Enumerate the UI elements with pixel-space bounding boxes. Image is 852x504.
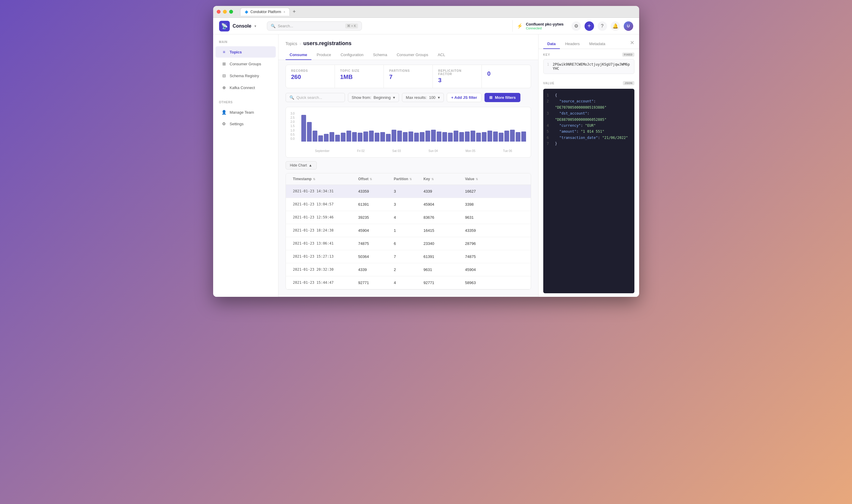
- consumer-groups-icon: ⊞: [221, 61, 227, 67]
- right-panel-header: Data Headers Metadata ✕: [539, 34, 639, 49]
- th-value[interactable]: Value ⇅: [463, 173, 526, 185]
- tab-label: Conduktor Platform: [251, 10, 281, 14]
- new-tab-button[interactable]: +: [291, 8, 298, 15]
- sidebar-item-settings[interactable]: ⚙ Settings: [216, 118, 276, 129]
- table-row[interactable]: 2021-01-23 13:04:57 61391 3 45904 3398: [286, 198, 531, 211]
- settings-button[interactable]: ⚙: [572, 21, 581, 31]
- topics-icon: ≡: [221, 49, 227, 55]
- table-row[interactable]: 2021-01-23 15:44:47 92771 4 92771 58963: [286, 276, 531, 289]
- value-section-header: VALUE JSON: [539, 77, 639, 89]
- tab-acl[interactable]: ACL: [433, 50, 449, 60]
- table-row[interactable]: 2021-01-23 12:59:46 39235 4 83676 9631: [286, 211, 531, 224]
- avatar[interactable]: U: [624, 21, 633, 31]
- chart-label-sat: Sat 03: [392, 149, 401, 152]
- th-key[interactable]: Key ⇅: [421, 173, 463, 185]
- sidebar-item-topics-label: Topics: [230, 50, 242, 54]
- add-js-filter-button[interactable]: + Add JS filter: [447, 93, 482, 102]
- traffic-light-red[interactable]: [217, 10, 221, 14]
- chart-bar: [369, 131, 374, 142]
- app-chevron-icon[interactable]: ▾: [254, 24, 256, 28]
- td-offset: 61391: [356, 198, 392, 211]
- timestamp-sort-icon: ⇅: [313, 178, 315, 181]
- chart-bar: [448, 133, 453, 142]
- chart-bar: [403, 132, 407, 142]
- th-offset[interactable]: Offset ⇅: [356, 173, 392, 185]
- cluster-status: Connected: [526, 26, 563, 30]
- tab-configuration[interactable]: Configuration: [336, 50, 367, 60]
- key-section-label: KEY FIXED: [543, 53, 634, 57]
- add-button[interactable]: +: [584, 21, 594, 31]
- chart-container: 3.0 2.5 2.0 1.5 1.0 0.5 0.0 September Fr…: [286, 107, 531, 158]
- notifications-button[interactable]: 🔔: [611, 21, 620, 31]
- chart-bar: [431, 130, 436, 142]
- quick-search-input[interactable]: 🔍 Quick search...: [286, 93, 345, 102]
- td-value: 28796: [463, 237, 526, 250]
- traffic-light-green[interactable]: [229, 10, 233, 14]
- y-label-20: 2.0: [291, 120, 301, 124]
- chart-bar: [307, 122, 312, 142]
- settings-icon: ⚙: [221, 121, 227, 126]
- key-line-num: 1: [547, 62, 549, 71]
- value-line-2: 2 "source_account": "DE70700500000005193…: [547, 98, 631, 110]
- chart-bars-area: [291, 112, 526, 142]
- traffic-light-yellow[interactable]: [223, 10, 227, 14]
- panel-tab-data[interactable]: Data: [543, 39, 560, 49]
- panel-tab-metadata[interactable]: Metadata: [585, 39, 610, 49]
- tab-bar: 🔷 Conduktor Platform × +: [240, 8, 636, 16]
- search-bar[interactable]: 🔍 Search... ⌘ + K: [267, 21, 362, 31]
- max-results-value: 100: [429, 95, 435, 100]
- tab-produce[interactable]: Produce: [313, 50, 335, 60]
- tab-consumer-groups[interactable]: Consumer Groups: [393, 50, 432, 60]
- chart-bar: [521, 131, 526, 142]
- quick-search-icon: 🔍: [289, 95, 294, 100]
- tab-schema[interactable]: Schema: [369, 50, 391, 60]
- sidebar-item-consumer-groups[interactable]: ⊞ Consumer Groups: [216, 58, 276, 70]
- value-sort-icon: ⇅: [475, 178, 478, 181]
- chart-bar: [380, 132, 385, 142]
- more-filters-button[interactable]: ⊞ More filters: [485, 93, 521, 102]
- search-shortcut: ⌘ + K: [345, 23, 358, 29]
- stat-extra-value: 0: [487, 70, 525, 77]
- table-row[interactable]: 2021-01-23 18:24:38 45904 1 16415 43359: [286, 224, 531, 237]
- partition-sort-icon: ⇅: [410, 178, 412, 181]
- help-button[interactable]: ?: [598, 21, 607, 31]
- tab-consume[interactable]: Consume: [286, 50, 311, 60]
- browser-window: 🔷 Conduktor Platform × + 📡 Console ▾ 🔍 S…: [213, 6, 639, 297]
- value-code-3: "dst_account": "DE88700500000006052885": [555, 110, 631, 123]
- td-offset: 92771: [356, 276, 392, 289]
- browser-tab[interactable]: 🔷 Conduktor Platform ×: [240, 8, 290, 16]
- chart-bar: [482, 132, 487, 142]
- table-row[interactable]: 2021-01-23 14:34:31 43359 3 4339 16627: [286, 185, 531, 198]
- panel-close-button[interactable]: ✕: [630, 39, 634, 46]
- y-label-00: 0.0: [291, 137, 301, 140]
- show-from-select[interactable]: Show from: Beginning ▾: [348, 93, 399, 102]
- th-timestamp[interactable]: Timestamp ⇅: [291, 173, 356, 185]
- th-partition[interactable]: Partition ⇅: [392, 173, 421, 185]
- value-line-5: 5 "amount": "1 014 551": [547, 128, 631, 134]
- hide-chart-button[interactable]: Hide Chart ▲: [286, 161, 317, 169]
- table-row[interactable]: 2021-01-23 20:32:30 4339 2 9631 45904: [286, 263, 531, 276]
- browser-titlebar: 🔷 Conduktor Platform × +: [213, 6, 639, 18]
- hide-chart-label: Hide Chart: [290, 163, 307, 167]
- table-row[interactable]: 2021-01-23 15:27:13 50364 7 61391 74875: [286, 250, 531, 263]
- content-area: Topics › users.registrations Consume Pro…: [278, 34, 538, 297]
- td-timestamp: 2021-01-23 18:24:38: [291, 224, 356, 237]
- sidebar-item-topics[interactable]: ≡ Topics: [216, 46, 276, 58]
- chart-bar: [414, 133, 419, 142]
- sidebar-item-kafka-connect[interactable]: ⊕ Kafka Connect: [216, 82, 276, 93]
- value-linenum-5: 5: [547, 128, 551, 134]
- panel-tab-headers[interactable]: Headers: [561, 39, 584, 49]
- chart-bar: [386, 134, 391, 142]
- sidebar-item-schema-registry[interactable]: ⊟ Schema Registry: [216, 70, 276, 81]
- tab-close-btn[interactable]: ×: [284, 11, 285, 14]
- chart-labels: September Fri 02 Sat 03 Sun 04 Mon 05 Tu…: [291, 149, 526, 152]
- chart-bar: [335, 135, 340, 142]
- key-label: KEY: [543, 53, 550, 56]
- sidebar-item-manage-team[interactable]: 👤 Manage Team: [216, 107, 276, 118]
- table-row[interactable]: 2021-01-23 13:06:41 74875 6 23340 28796: [286, 237, 531, 250]
- td-key: 16415: [421, 224, 463, 237]
- sidebar-item-kafka-connect-label: Kafka Connect: [230, 86, 255, 90]
- breadcrumb-parent[interactable]: Topics: [286, 41, 297, 46]
- max-results-select[interactable]: Max results: 100 ▾: [402, 93, 444, 102]
- td-timestamp: 2021-01-23 13:06:41: [291, 237, 356, 250]
